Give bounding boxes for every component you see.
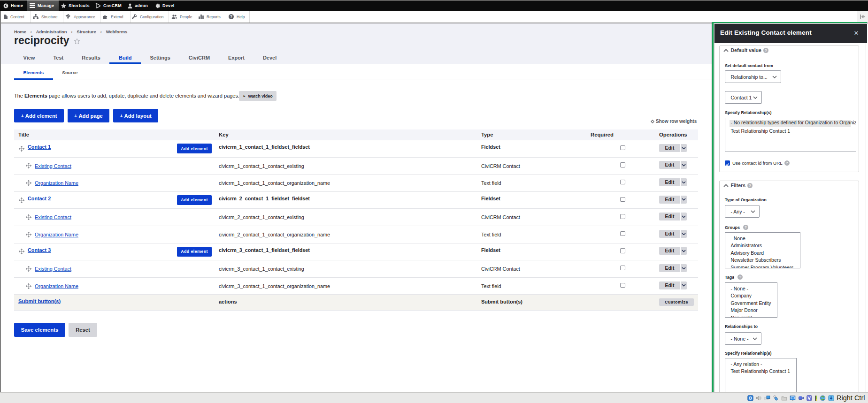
svg-text:?: ?: [230, 15, 232, 19]
